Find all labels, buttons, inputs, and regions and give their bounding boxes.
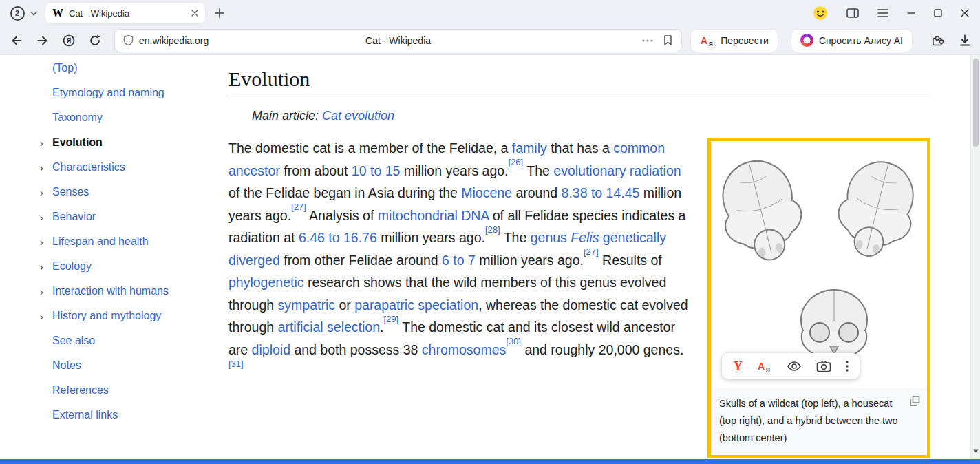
section-heading: Evolution [228, 55, 930, 98]
extensions-icon[interactable] [930, 34, 944, 48]
sidebar-item-notes[interactable]: ›Notes [40, 353, 169, 378]
article-link[interactable]: 6.46 to 16.76 [299, 230, 377, 245]
hatnote-link[interactable]: Cat evolution [322, 109, 394, 123]
article-link[interactable]: artificial selection [278, 319, 380, 335]
article-link[interactable]: Felis [571, 230, 599, 245]
bookmark-flag-icon[interactable] [663, 34, 673, 46]
hatnote-prefix: Main article: [252, 109, 322, 123]
page-scrollbar[interactable] [970, 55, 980, 459]
url-host[interactable]: en.wikipedia.org [139, 35, 209, 46]
toc-chevron-icon[interactable]: › [40, 261, 52, 273]
sidebar-item-references[interactable]: ›References [40, 378, 169, 403]
reference-link[interactable]: [26] [509, 157, 524, 167]
sidebar-item-lifespan[interactable]: ›Lifespan and health [40, 229, 169, 254]
sidebar-item-senses[interactable]: ›Senses [40, 180, 169, 204]
tab-close-icon[interactable] [191, 10, 198, 17]
side-panels-icon[interactable] [846, 8, 859, 19]
bottom-edge-strip [0, 459, 980, 464]
article-link[interactable]: 10 to 15 [352, 163, 400, 178]
scrollbar-thumb[interactable] [973, 59, 979, 147]
toc-chevron-icon[interactable]: › [40, 211, 52, 223]
more-actions-icon[interactable] [642, 39, 653, 42]
enlarge-icon[interactable] [910, 396, 920, 406]
highlighted-figure[interactable]: Y Ая [707, 138, 930, 458]
reference-link[interactable]: [27] [291, 202, 306, 212]
ask-alice-button[interactable]: Спросить Алису AI [791, 29, 913, 52]
image-translate-icon[interactable]: Ая [757, 359, 772, 373]
yandex-search-icon[interactable]: Y [733, 359, 743, 374]
browser-toolbar: Я en.wikipedia.org Cat - Wikipedia Ая Пе… [0, 26, 980, 55]
sidebar-item-ecology[interactable]: ›Ecology [40, 254, 169, 279]
article-link[interactable]: sympatric [278, 297, 335, 313]
sidebar-item-history[interactable]: ›History and mythology [40, 304, 169, 328]
translate-button[interactable]: Ая Перевести [690, 29, 778, 52]
tab-count-button[interactable]: 2 [7, 3, 28, 23]
article-link[interactable]: mitochondrial DNA [378, 208, 489, 223]
yandex-protect-icon[interactable]: Я [62, 34, 76, 48]
hatnote: Main article: Cat evolution [252, 109, 930, 123]
sidebar-item-external-links[interactable]: ›External links [40, 403, 169, 428]
article-link[interactable]: phylogenetic [228, 275, 304, 290]
reference-link[interactable]: [27] [584, 246, 599, 257]
toc-chevron-icon[interactable]: › [40, 137, 52, 149]
article-link[interactable]: evolutionary radiation [553, 163, 681, 178]
article-link[interactable]: chromosomes [422, 342, 506, 357]
article-paragraph: The domestic cat is a member of the Feli… [228, 137, 694, 383]
profile-avatar[interactable] [813, 6, 828, 21]
reference-link[interactable]: [29] [383, 314, 398, 324]
article-link[interactable]: family [512, 140, 547, 156]
toc-chevron-icon[interactable]: › [40, 286, 52, 297]
window-maximize-icon[interactable] [934, 9, 942, 17]
sidebar-item-characteristics[interactable]: ›Characteristics [40, 155, 169, 180]
toc-chevron-icon[interactable]: › [40, 310, 52, 322]
toc-chevron-icon[interactable]: › [40, 236, 52, 248]
scrollbar-down-arrow-icon[interactable] [973, 443, 979, 456]
forward-button[interactable] [36, 34, 50, 48]
reference-sup: [29] [383, 314, 398, 324]
sidebar-item-taxonomy[interactable]: ›Taxonomy [40, 105, 169, 130]
sidebar-item-label: See also [52, 335, 95, 347]
toolbar-end-controls [930, 34, 972, 48]
image-more-kebab-icon[interactable] [846, 361, 849, 372]
article-link[interactable]: parapatric speciation [354, 297, 478, 313]
address-bar[interactable]: en.wikipedia.org Cat - Wikipedia [114, 29, 682, 52]
toc-chevron-icon[interactable]: › [40, 187, 52, 198]
svg-text:я: я [766, 366, 770, 373]
sidebar-item-label: Behavior [52, 211, 96, 223]
menu-icon[interactable] [877, 9, 888, 17]
reference-sup: [31] [228, 359, 244, 369]
translate-icon: Ая [700, 34, 715, 48]
browser-tab[interactable]: W Cat - Wikipedia [45, 3, 205, 23]
sidebar-item-label: Interaction with humans [52, 285, 169, 297]
downloads-icon[interactable] [958, 34, 972, 48]
sidebar-item-behavior[interactable]: ›Behavior [40, 204, 169, 229]
sidebar-item-label: External links [52, 409, 118, 421]
reference-link[interactable]: [31] [228, 359, 244, 369]
sidebar-item-evolution[interactable]: ›Evolution [40, 130, 169, 155]
tabs-dropdown-chevron-icon[interactable] [30, 11, 37, 16]
reference-link[interactable]: [28] [485, 224, 500, 235]
new-tab-button[interactable] [215, 8, 224, 18]
text-run: The [500, 230, 531, 245]
article-link[interactable]: diploid [252, 342, 290, 357]
view-image-eye-icon[interactable] [787, 360, 802, 372]
svg-text:А: А [758, 361, 765, 372]
image-search-camera-icon[interactable] [816, 360, 831, 372]
article-link[interactable]: genus [531, 230, 567, 245]
sidebar-item-interaction[interactable]: ›Interaction with humans [40, 279, 169, 304]
article-link[interactable]: Miocene [461, 185, 512, 200]
sidebar-item-see-also[interactable]: ›See also [40, 328, 169, 353]
ask-alice-label: Спросить Алису AI [819, 35, 903, 46]
sidebar-item-etymology[interactable]: ›Etymology and naming [40, 81, 169, 105]
back-button[interactable] [10, 34, 23, 48]
sidebar-item-top[interactable]: ›(Top) [40, 56, 169, 81]
article-link[interactable]: 8.38 to 14.45 [562, 185, 640, 200]
reference-link[interactable]: [30] [506, 336, 521, 346]
window-close-icon[interactable] [961, 9, 969, 17]
toc-chevron-icon[interactable]: › [40, 162, 52, 173]
reload-button[interactable] [88, 34, 102, 48]
skulls-image[interactable]: Y Ая [711, 141, 927, 388]
article-link[interactable]: 6 to 7 [442, 253, 476, 268]
sidebar-item-label: Characteristics [52, 161, 125, 173]
window-minimize-icon[interactable] [907, 9, 915, 17]
